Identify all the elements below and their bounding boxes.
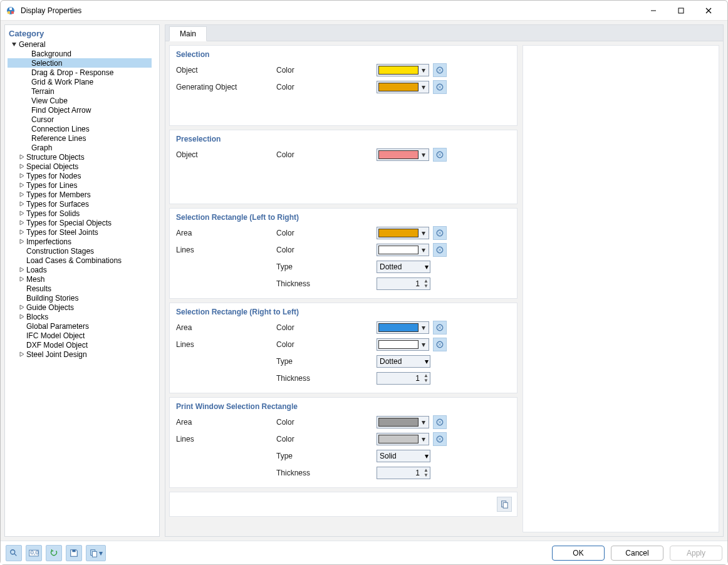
tree-item[interactable]: General xyxy=(8,39,157,49)
tree-item[interactable]: Background xyxy=(8,49,157,58)
reset-button[interactable] xyxy=(433,63,447,77)
section-title-preselection: Preselection xyxy=(170,130,517,146)
spinner-down-icon[interactable]: ▼ xyxy=(423,284,429,289)
tree-item[interactable]: Special Objects xyxy=(8,162,157,171)
rtl-thickness-spinner[interactable]: 1▲▼ xyxy=(377,372,430,385)
svg-rect-5 xyxy=(679,8,684,13)
tree-item[interactable]: IFC Model Object xyxy=(8,331,157,340)
close-button[interactable] xyxy=(695,1,722,20)
label-thickness: Thickness xyxy=(276,469,377,477)
tree-item[interactable]: Types for Surfaces xyxy=(8,199,157,209)
titlebar: Display Properties xyxy=(1,1,727,21)
maximize-button[interactable] xyxy=(667,1,695,20)
label-object: Object xyxy=(176,150,276,159)
tree-item[interactable]: Steel Joint Design xyxy=(8,350,157,359)
tree-item[interactable]: Types for Lines xyxy=(8,180,157,190)
reset-button[interactable] xyxy=(433,80,447,94)
ltr-thickness-spinner[interactable]: 1▲▼ xyxy=(377,277,430,290)
tree-item[interactable]: Imperfections xyxy=(8,237,157,246)
svg-rect-1 xyxy=(9,8,12,10)
svg-point-19 xyxy=(11,549,15,554)
tree-item[interactable]: Loads xyxy=(8,265,157,274)
chevron-down-icon: ▾ xyxy=(419,149,429,160)
tree-item[interactable]: Types for Solids xyxy=(8,209,157,218)
tree-item[interactable]: Structure Objects xyxy=(8,152,157,162)
ltr-area-color-dropdown[interactable]: ▾ xyxy=(377,227,429,239)
reset-tool-button[interactable] xyxy=(46,545,62,561)
tree-item[interactable]: Types for Members xyxy=(8,190,157,199)
print-thickness-spinner[interactable]: 1▲▼ xyxy=(377,467,430,479)
tree-item[interactable]: Grid & Work Plane xyxy=(8,77,157,86)
print-type-select[interactable]: Solid▾ xyxy=(377,450,430,462)
tree-item[interactable]: View Cube xyxy=(8,96,157,105)
rtl-type-select[interactable]: Dotted▾ xyxy=(377,355,430,368)
label-color: Color xyxy=(276,83,377,91)
tree-item[interactable]: Types for Steel Joints xyxy=(8,227,157,237)
label-type: Type xyxy=(276,262,377,271)
tree-item[interactable]: Terrain xyxy=(8,86,157,96)
cancel-button[interactable]: Cancel xyxy=(611,546,663,561)
tree-item[interactable]: Types for Special Objects xyxy=(8,218,157,227)
print-lines-color-dropdown[interactable]: ▾ xyxy=(377,433,429,445)
ltr-lines-color-dropdown[interactable]: ▾ xyxy=(377,244,429,256)
reset-button[interactable] xyxy=(433,338,447,351)
ok-button[interactable]: OK xyxy=(552,546,605,561)
tab-main[interactable]: Main xyxy=(169,26,207,41)
footer: 0,00 ▾ OK Cancel Apply xyxy=(1,541,727,564)
tree-item[interactable]: Load Cases & Combinations xyxy=(8,256,157,265)
ltr-type-select[interactable]: Dotted▾ xyxy=(377,261,430,273)
spinner-down-icon[interactable]: ▼ xyxy=(423,378,429,383)
tree-item[interactable]: Construction Stages xyxy=(8,246,157,256)
section-sel-rtl: Selection Rectangle (Right to Left) Area… xyxy=(169,303,517,393)
selection-object-color-dropdown[interactable]: ▾ xyxy=(377,64,429,76)
label-thickness: Thickness xyxy=(276,279,377,288)
tree-item[interactable]: Building Stories xyxy=(8,293,157,303)
selection-genobj-color-dropdown[interactable]: ▾ xyxy=(377,81,429,93)
reset-button[interactable] xyxy=(433,415,447,429)
clipboard-button[interactable] xyxy=(497,497,512,512)
tree-item[interactable]: Reference Lines xyxy=(8,133,157,143)
tree-item[interactable]: Types for Nodes xyxy=(8,171,157,180)
search-tool-button[interactable] xyxy=(6,545,22,561)
chevron-down-icon: ▾ xyxy=(419,322,429,333)
rtl-lines-color-dropdown[interactable]: ▾ xyxy=(377,338,429,351)
preselection-object-color-dropdown[interactable]: ▾ xyxy=(377,148,429,161)
copy-tool-button[interactable]: ▾ xyxy=(86,545,106,561)
reset-button[interactable] xyxy=(433,432,447,446)
minimize-button[interactable] xyxy=(640,1,667,20)
tree-item[interactable]: Selection xyxy=(8,58,152,68)
label-area: Area xyxy=(176,418,276,427)
reset-button[interactable] xyxy=(433,226,447,240)
tree-item[interactable]: Mesh xyxy=(8,274,157,284)
section-print-win: Print Window Selection Rectangle Area Co… xyxy=(169,397,517,488)
reset-button[interactable] xyxy=(433,148,447,162)
spinner-down-icon[interactable]: ▼ xyxy=(423,473,429,478)
reset-button[interactable] xyxy=(433,243,447,257)
apply-button[interactable]: Apply xyxy=(670,546,722,561)
print-area-color-dropdown[interactable]: ▾ xyxy=(377,416,429,428)
tree-item[interactable]: Cursor xyxy=(8,115,157,124)
label-color: Color xyxy=(276,229,377,237)
tree-item[interactable]: Connection Lines xyxy=(8,124,157,133)
tree-item[interactable]: DXF Model Object xyxy=(8,340,157,350)
tree-item[interactable]: Drag & Drop - Response xyxy=(8,68,157,77)
rtl-area-color-dropdown[interactable]: ▾ xyxy=(377,321,429,334)
units-tool-button[interactable]: 0,00 xyxy=(26,545,42,561)
section-selection: Selection Object Color ▾ Generating Obje… xyxy=(169,45,517,126)
label-color: Color xyxy=(276,418,377,427)
label-color: Color xyxy=(276,435,377,443)
reset-button[interactable] xyxy=(433,321,447,334)
tree-item[interactable]: Global Parameters xyxy=(8,321,157,331)
tree-item[interactable]: Results xyxy=(8,284,157,293)
tree-item[interactable]: Guide Objects xyxy=(8,303,157,312)
label-color: Color xyxy=(276,323,377,332)
chevron-down-icon: ▾ xyxy=(419,417,429,428)
label-lines: Lines xyxy=(176,246,276,254)
label-generating-object: Generating Object xyxy=(176,83,276,91)
tree-item[interactable]: Blocks xyxy=(8,312,157,321)
window-title: Display Properties xyxy=(21,6,640,15)
save-tool-button[interactable] xyxy=(66,545,82,561)
tree-item[interactable]: Graph xyxy=(8,143,157,152)
label-object: Object xyxy=(176,66,276,75)
tree-item[interactable]: Find Object Arrow xyxy=(8,105,157,115)
